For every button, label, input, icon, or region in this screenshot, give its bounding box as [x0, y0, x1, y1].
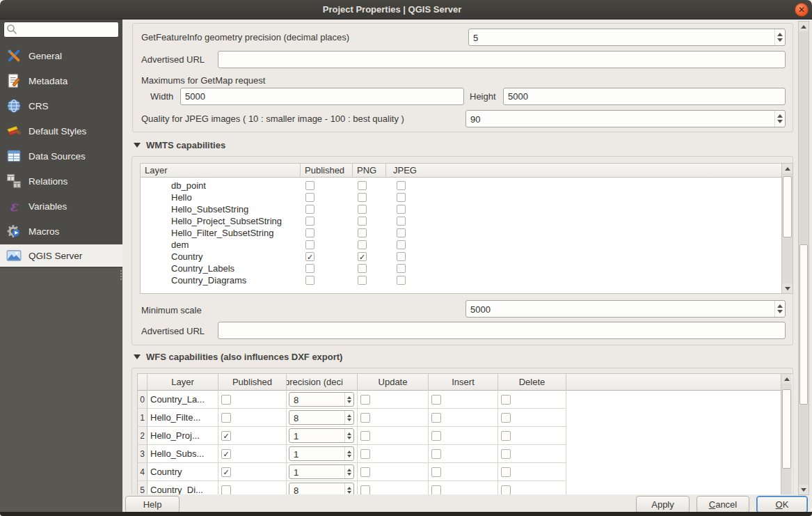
png-checkbox[interactable]	[358, 264, 367, 273]
scrollbar-thumb[interactable]	[782, 389, 791, 469]
main-scrollbar[interactable]	[798, 21, 809, 495]
spinner-arrows-icon[interactable]	[774, 111, 785, 127]
row-number[interactable]: 5	[138, 481, 148, 494]
wmts-table-scrollbar[interactable]	[781, 164, 793, 293]
max-height-input[interactable]	[503, 88, 786, 105]
sidebar-item-metadata[interactable]: Metadata	[0, 68, 122, 93]
spinner-arrows-icon[interactable]	[344, 465, 353, 478]
delete-checkbox[interactable]	[501, 485, 511, 494]
search-input[interactable]	[3, 22, 119, 38]
published-checkbox[interactable]	[305, 240, 315, 249]
spinner-arrows-icon[interactable]	[344, 411, 353, 424]
help-button[interactable]: Help	[125, 496, 180, 513]
column-header-delete[interactable]: Delete	[498, 374, 566, 391]
published-checkbox[interactable]: ✓	[221, 449, 231, 459]
column-header-precision-deci[interactable]: precision (deci	[287, 374, 358, 391]
jpeg-checkbox[interactable]	[397, 181, 406, 190]
scrollbar-thumb[interactable]	[799, 244, 808, 405]
collapse-triangle-icon[interactable]	[134, 143, 141, 148]
sidebar-item-macros[interactable]: Macros	[0, 219, 122, 244]
sidebar-item-qgis-server[interactable]: QGIS Server	[0, 244, 122, 267]
update-checkbox[interactable]	[360, 395, 370, 405]
published-checkbox[interactable]	[221, 395, 231, 405]
jpeg-checkbox[interactable]	[397, 193, 406, 202]
png-checkbox[interactable]	[358, 276, 367, 285]
png-checkbox[interactable]: ✓	[358, 252, 367, 261]
spinner-arrows-icon[interactable]	[344, 447, 353, 460]
row-number[interactable]: 3	[138, 445, 148, 463]
published-checkbox[interactable]	[305, 181, 315, 190]
precision-spinbox[interactable]: 1	[289, 446, 354, 461]
column-header-insert[interactable]: Insert	[429, 374, 498, 391]
precision-spinbox[interactable]: 8	[289, 483, 354, 494]
spinner-arrows-icon[interactable]	[774, 301, 785, 317]
close-icon[interactable]: ✕	[795, 3, 809, 17]
wfs-table-scrollbar[interactable]	[781, 374, 792, 494]
published-checkbox[interactable]	[221, 413, 231, 423]
wfs-section-header[interactable]: WFS capabilities (also influences DXF ex…	[134, 352, 342, 362]
published-checkbox[interactable]	[305, 228, 315, 237]
jpeg-checkbox[interactable]	[397, 264, 406, 273]
published-checkbox[interactable]: ✓	[221, 467, 231, 477]
column-header-jpeg[interactable]: JPEG	[386, 164, 782, 178]
scroll-up-icon[interactable]	[782, 164, 793, 173]
sidebar-item-variables[interactable]: εVariables	[0, 194, 122, 219]
spinner-arrows-icon[interactable]	[344, 429, 353, 442]
jpeg-checkbox[interactable]	[397, 228, 406, 237]
column-header-layer[interactable]: Layer	[148, 374, 218, 391]
published-checkbox[interactable]	[305, 264, 315, 273]
png-checkbox[interactable]	[358, 240, 367, 249]
scroll-up-icon[interactable]	[781, 374, 792, 384]
update-checkbox[interactable]	[360, 413, 370, 423]
update-checkbox[interactable]	[360, 485, 370, 494]
collapse-triangle-icon[interactable]	[134, 354, 141, 359]
published-checkbox[interactable]: ✓	[305, 252, 315, 261]
row-number[interactable]: 1	[138, 409, 148, 427]
published-checkbox[interactable]	[221, 485, 231, 494]
precision-spinbox[interactable]: 8	[289, 410, 354, 425]
spinner-arrows-icon[interactable]	[344, 393, 353, 406]
insert-checkbox[interactable]	[431, 467, 441, 477]
scrollbar-thumb[interactable]	[783, 176, 792, 237]
jpeg-checkbox[interactable]	[397, 252, 406, 261]
png-checkbox[interactable]	[358, 205, 367, 214]
sidebar-item-data-sources[interactable]: Data Sources	[0, 143, 122, 169]
scroll-down-icon[interactable]	[799, 485, 809, 494]
column-header-published[interactable]: Published	[301, 164, 353, 178]
advertised-url-input[interactable]	[218, 51, 786, 68]
ok-button[interactable]: OK	[756, 496, 808, 513]
wmts-section-header[interactable]: WMTS capabilities	[134, 140, 225, 150]
jpeg-checkbox[interactable]	[397, 217, 406, 226]
update-checkbox[interactable]	[360, 449, 370, 459]
insert-checkbox[interactable]	[431, 485, 441, 494]
sidebar-item-crs[interactable]: CRS	[0, 93, 122, 118]
cancel-button[interactable]: Cancel	[696, 496, 749, 513]
precision-spinbox[interactable]: 8	[289, 392, 354, 407]
spinner-arrows-icon[interactable]	[344, 483, 353, 494]
delete-checkbox[interactable]	[501, 449, 511, 459]
png-checkbox[interactable]	[358, 217, 367, 226]
row-number[interactable]: 4	[138, 463, 148, 481]
title-bar[interactable]: Project Properties | QGIS Server ✕	[0, 0, 812, 19]
insert-checkbox[interactable]	[431, 413, 441, 423]
spinner-arrows-icon[interactable]	[774, 29, 785, 45]
jpeg-checkbox[interactable]	[397, 205, 406, 214]
sidebar-item-relations[interactable]: Relations	[0, 169, 122, 194]
column-header-png[interactable]: PNG	[353, 164, 386, 178]
delete-checkbox[interactable]	[501, 467, 511, 477]
scroll-up-icon[interactable]	[799, 22, 809, 31]
update-checkbox[interactable]	[360, 431, 370, 441]
delete-checkbox[interactable]	[501, 395, 511, 405]
column-header-published[interactable]: Published	[218, 374, 287, 391]
png-checkbox[interactable]	[358, 181, 367, 190]
published-checkbox[interactable]	[305, 205, 315, 214]
delete-checkbox[interactable]	[501, 413, 511, 423]
max-width-input[interactable]	[180, 88, 464, 105]
jpeg-quality-spinbox[interactable]: 90	[465, 110, 786, 127]
column-header-layer[interactable]: Layer	[141, 164, 301, 178]
published-checkbox[interactable]	[305, 276, 315, 285]
apply-button[interactable]: Apply	[636, 496, 690, 513]
column-header-update[interactable]: Update	[358, 374, 429, 391]
precision-spinbox[interactable]: 1	[289, 464, 354, 479]
row-number[interactable]: 0	[138, 391, 148, 409]
